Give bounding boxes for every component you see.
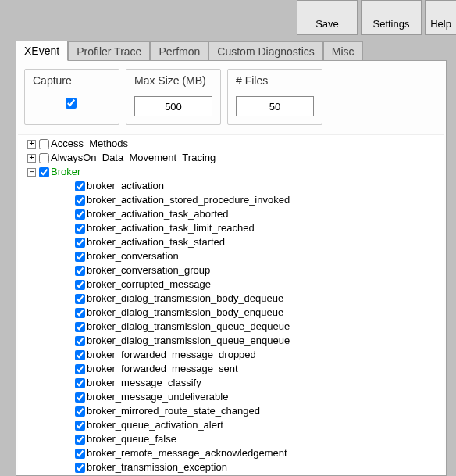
tree-checkbox[interactable]	[75, 181, 85, 191]
tab-xevent[interactable]: XEvent	[16, 41, 68, 61]
capture-checkbox[interactable]	[66, 98, 77, 109]
event-tree[interactable]: +Access_Methods+AlwaysOn_Data_Movement_T…	[18, 134, 444, 475]
tree-node[interactable]: −Broker	[21, 165, 444, 179]
tree-checkbox[interactable]	[75, 195, 85, 206]
tree-node-label: broker_corrupted_message	[87, 277, 211, 292]
collapse-icon[interactable]: −	[27, 168, 36, 177]
tree-checkbox[interactable]	[75, 280, 85, 290]
expander-placeholder	[63, 323, 72, 331]
tree-node-label: broker_queue_activation_alert	[87, 418, 223, 432]
tree-checkbox[interactable]	[75, 336, 85, 346]
tree-node[interactable]: +Access_Methods	[21, 137, 444, 151]
tree-node[interactable]: broker_activation_task_started	[21, 235, 444, 249]
tree-node[interactable]: broker_queue_activation_alert	[21, 418, 444, 432]
tree-node-label: broker_conversation_group	[87, 263, 210, 277]
save-button[interactable]: Save	[297, 0, 358, 35]
tree-checkbox[interactable]	[75, 252, 85, 262]
tree-checkbox[interactable]	[75, 294, 85, 304]
tree-node-label: broker_dialog_transmission_queue_enqueue	[87, 334, 290, 348]
tab-perfmon[interactable]: Perfmon	[150, 41, 208, 61]
expander-placeholder	[63, 421, 72, 430]
tab-custom-diagnostics[interactable]: Custom Diagnostics	[208, 41, 323, 61]
tree-checkbox[interactable]	[75, 224, 85, 234]
tree-checkbox[interactable]	[39, 153, 49, 163]
tree-node[interactable]: broker_conversation	[21, 249, 444, 263]
maxsize-input[interactable]	[134, 96, 212, 116]
tree-checkbox[interactable]	[75, 449, 85, 459]
help-button[interactable]: Help	[425, 0, 456, 35]
tree-node-label: broker_message_classify	[87, 376, 201, 390]
expander-placeholder	[63, 435, 72, 444]
tree-node[interactable]: broker_conversation_group	[21, 263, 444, 277]
tree-checkbox[interactable]	[75, 350, 85, 360]
expander-placeholder	[63, 252, 72, 261]
toolbar: Save Settings Help	[297, 0, 456, 35]
tree-node-label: broker_forwarded_message_sent	[87, 362, 238, 376]
tab-profiler-trace[interactable]: Profiler Trace	[68, 41, 150, 61]
settings-button[interactable]: Settings	[361, 0, 422, 35]
tree-checkbox[interactable]	[75, 421, 85, 431]
tree-node-label: broker_transmission_exception	[87, 460, 227, 474]
tree-node-label: broker_activation	[87, 179, 164, 193]
tree-node[interactable]: broker_message_undeliverable	[21, 390, 444, 404]
tree-checkbox[interactable]	[75, 378, 85, 388]
tree-checkbox[interactable]	[39, 167, 49, 177]
expander-placeholder	[63, 182, 72, 191]
tree-checkbox[interactable]	[75, 463, 85, 473]
tree-checkbox[interactable]	[75, 406, 85, 417]
tree-node-label: broker_activation_task_aborted	[87, 207, 228, 221]
tree-node-label: broker_remote_message_acknowledgement	[87, 446, 287, 460]
tree-checkbox[interactable]	[75, 209, 85, 220]
tree-checkbox[interactable]	[75, 238, 85, 248]
tree-node-label: broker_dialog_transmission_queue_dequeue	[87, 320, 290, 334]
tree-node[interactable]: broker_message_classify	[21, 376, 444, 390]
tab-panel-xevent: Capture Max Size (MB) # Files +Access_Me…	[16, 60, 447, 476]
expander-placeholder	[63, 407, 72, 416]
expander-placeholder	[63, 210, 72, 219]
tree-checkbox[interactable]	[75, 435, 85, 445]
tree-node[interactable]: broker_dialog_transmission_body_enqueue	[21, 306, 444, 320]
tree-node[interactable]: broker_corrupted_message	[21, 277, 444, 292]
expander-placeholder	[63, 224, 72, 233]
tree-node[interactable]: +AlwaysOn_Data_Movement_Tracing	[21, 151, 444, 165]
tree-node-label: AlwaysOn_Data_Movement_Tracing	[51, 151, 216, 165]
expander-placeholder	[63, 365, 72, 374]
tree-checkbox[interactable]	[75, 266, 85, 276]
tree-node[interactable]: broker_forwarded_message_sent	[21, 362, 444, 376]
expander-placeholder	[63, 196, 72, 205]
tree-node-label: Broker	[51, 165, 80, 179]
tree-node[interactable]: broker_activation_task_aborted	[21, 207, 444, 221]
expand-icon[interactable]: +	[27, 140, 36, 149]
tree-node[interactable]: broker_activation_stored_procedure_invok…	[21, 193, 444, 207]
tree-checkbox[interactable]	[75, 364, 85, 374]
tree-checkbox[interactable]	[75, 322, 85, 332]
tree-node[interactable]: broker_activation_task_limit_reached	[21, 221, 444, 235]
numfiles-input[interactable]	[236, 96, 314, 116]
tree-node[interactable]: broker_forwarded_message_dropped	[21, 348, 444, 362]
expander-placeholder	[63, 267, 72, 275]
capture-option: Capture	[24, 69, 119, 125]
tree-node[interactable]: broker_mirrored_route_state_changed	[21, 404, 444, 418]
tree-node[interactable]: broker_transmission_exception	[21, 460, 444, 474]
expander-placeholder	[63, 449, 72, 458]
expander-placeholder	[63, 351, 72, 360]
maxsize-label: Max Size (MB)	[134, 74, 206, 87]
tab-misc[interactable]: Misc	[323, 41, 363, 61]
tree-node-label: broker_queue_false	[87, 432, 176, 446]
tree-node[interactable]: broker_dialog_transmission_queue_enqueue	[21, 334, 444, 348]
tree-checkbox[interactable]	[75, 392, 85, 403]
expander-placeholder	[63, 379, 72, 388]
tree-node[interactable]: broker_activation	[21, 179, 444, 193]
tree-node[interactable]: broker_queue_false	[21, 432, 444, 446]
tree-node[interactable]: broker_remote_message_acknowledgement	[21, 446, 444, 460]
expander-placeholder	[63, 238, 72, 247]
expand-icon[interactable]: +	[27, 154, 36, 163]
tree-node-label: broker_message_undeliverable	[87, 390, 228, 404]
tree-node-label: broker_mirrored_route_state_changed	[87, 404, 260, 418]
tree-node[interactable]: broker_dialog_transmission_body_dequeue	[21, 292, 444, 306]
tree-checkbox[interactable]	[39, 139, 49, 149]
tree-node[interactable]: broker_dialog_transmission_queue_dequeue	[21, 320, 444, 334]
capture-label: Capture	[33, 74, 72, 87]
tree-checkbox[interactable]	[75, 308, 85, 318]
expander-placeholder	[63, 337, 72, 345]
